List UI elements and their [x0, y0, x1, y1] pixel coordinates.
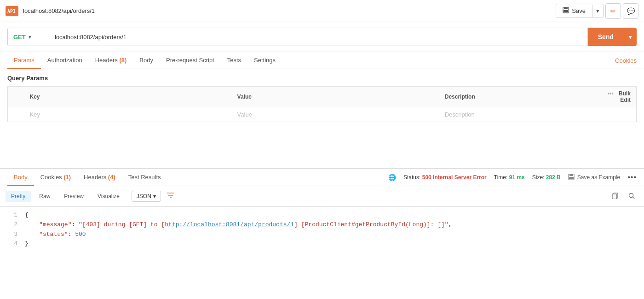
globe-icon: 🌐: [388, 174, 396, 181]
response-tabs-bar: Body Cookies (1) Headers (4) Test Result…: [0, 169, 644, 186]
response-body: 1 { 2 "message": "[403] during [GET] to …: [0, 207, 644, 299]
size-value: 282 B: [546, 174, 561, 181]
code-content-2: "message": "[403] during [GET] to [http:…: [25, 220, 640, 230]
row-actions: [591, 107, 637, 122]
tab-tests[interactable]: Tests: [221, 52, 247, 69]
row-key[interactable]: Key: [24, 107, 232, 122]
format-bar: Pretty Raw Preview Visualize JSON ▾: [0, 186, 644, 207]
svg-rect-6: [569, 174, 573, 176]
save-example-button[interactable]: Save as Example: [568, 174, 620, 182]
svg-text:API: API: [7, 9, 16, 14]
line-num-1: 1: [4, 211, 17, 220]
search-button[interactable]: [625, 190, 638, 203]
col-actions-header: ••• Bulk Edit: [591, 87, 637, 107]
resp-tab-test-results[interactable]: Test Results: [122, 169, 167, 186]
size-text: Size: 282 B: [532, 174, 561, 181]
save-button[interactable]: Save: [556, 4, 592, 18]
code-area: 1 { 2 "message": "[403] during [GET] to …: [0, 207, 644, 252]
comment-button[interactable]: 💬: [623, 3, 638, 19]
code-line-3: 3 "status": 500: [0, 230, 644, 240]
chevron-down-icon: ▾: [629, 34, 632, 41]
col-value-header: Value: [232, 87, 439, 107]
svg-rect-7: [569, 177, 574, 179]
query-params-section: Query Params Key Value Description ••• B…: [0, 69, 644, 122]
top-bar: API localhost:8082/api/orders/1: [0, 0, 644, 22]
app-logo: API: [6, 6, 18, 16]
method-selector[interactable]: GET ▾: [7, 28, 49, 46]
view-preview[interactable]: Preview: [58, 191, 89, 202]
format-selector[interactable]: JSON ▾: [132, 191, 161, 202]
filter-button[interactable]: [164, 190, 178, 203]
request-bar: GET ▾ Send ▾: [0, 22, 644, 52]
save-btn-group: Save ▾: [556, 4, 604, 18]
code-line-4: 4 }: [0, 239, 644, 249]
send-btn-group: Send ▾: [588, 28, 637, 46]
code-line-1: 1 {: [0, 211, 644, 220]
tab-body[interactable]: Body: [133, 52, 160, 69]
col-key-header: Key: [24, 87, 232, 107]
search-icon: [628, 193, 635, 200]
svg-rect-3: [564, 7, 568, 9]
save-example-icon: [568, 174, 575, 182]
code-content-3: "status": 500: [25, 230, 640, 240]
row-value[interactable]: Value: [232, 107, 439, 122]
resp-tab-body[interactable]: Body: [7, 169, 34, 186]
col-check-header: [8, 87, 24, 107]
chevron-down-icon: ▾: [29, 34, 31, 40]
save-icon: [563, 7, 569, 15]
tab-settings[interactable]: Settings: [247, 52, 282, 69]
top-bar-url: localhost:8082/api/orders/1: [23, 7, 556, 14]
save-label: Save: [572, 7, 586, 14]
col-desc-header: Description: [439, 87, 591, 107]
status-text: Status: 500 Internal Server Error: [403, 174, 487, 181]
spacer: [0, 122, 644, 168]
format-label: JSON: [137, 193, 151, 199]
query-params-title: Query Params: [7, 75, 637, 82]
cookies-link[interactable]: Cookies: [615, 57, 637, 64]
resp-tab-cookies[interactable]: Cookies (1): [34, 169, 77, 186]
resp-tab-headers[interactable]: Headers (4): [77, 169, 122, 186]
format-bar-right: [608, 190, 638, 203]
view-visualize[interactable]: Visualize: [92, 191, 125, 202]
line-num-4: 4: [4, 239, 17, 249]
time-text: Time: 91 ms: [494, 174, 525, 181]
view-pretty[interactable]: Pretty: [6, 191, 31, 202]
send-button[interactable]: Send: [588, 28, 624, 46]
tab-pre-request[interactable]: Pre-request Script: [160, 52, 221, 69]
code-content-1: {: [25, 211, 640, 220]
row-desc[interactable]: Description: [439, 107, 591, 122]
tab-headers[interactable]: Headers (8): [89, 52, 133, 69]
copy-button[interactable]: [608, 190, 622, 203]
send-dropdown-button[interactable]: ▾: [624, 28, 637, 46]
svg-rect-4: [564, 10, 568, 12]
time-value: 91 ms: [509, 174, 525, 181]
pencil-icon: ✏: [610, 7, 616, 15]
code-line-2: 2 "message": "[403] during [GET] to [htt…: [0, 220, 644, 230]
row-check: [8, 107, 24, 122]
tab-authorization[interactable]: Authorization: [41, 52, 89, 69]
params-table: Key Value Description ••• Bulk Edit Key …: [7, 86, 637, 122]
table-row: Key Value Description: [8, 107, 637, 122]
status-code: 500 Internal Server Error: [422, 174, 487, 181]
bulk-edit-button[interactable]: Bulk Edit: [619, 90, 631, 103]
request-tabs: Params Authorization Headers (8) Body Pr…: [0, 52, 644, 69]
save-dropdown-button[interactable]: ▾: [592, 5, 603, 17]
code-content-4: }: [25, 239, 640, 249]
svg-line-14: [633, 197, 635, 199]
comment-icon: 💬: [627, 7, 635, 15]
tab-params[interactable]: Params: [7, 52, 41, 69]
copy-icon: [612, 193, 618, 200]
top-bar-actions: Save ▾ ✏ 💬: [556, 3, 638, 19]
more-options-button[interactable]: •••: [627, 173, 637, 182]
view-raw[interactable]: Raw: [34, 191, 56, 202]
line-num-3: 3: [4, 230, 17, 240]
url-input[interactable]: [49, 28, 588, 46]
response-meta: 🌐 Status: 500 Internal Server Error Time…: [388, 173, 637, 182]
filter-icon: [167, 192, 175, 201]
svg-point-13: [629, 193, 633, 197]
line-num-2: 2: [4, 220, 17, 230]
response-section: Body Cookies (1) Headers (4) Test Result…: [0, 168, 644, 299]
edit-button[interactable]: ✏: [605, 3, 621, 19]
chevron-down-icon: ▾: [596, 7, 599, 14]
product-link[interactable]: http://localhost:8081/api/products/1: [165, 221, 294, 228]
